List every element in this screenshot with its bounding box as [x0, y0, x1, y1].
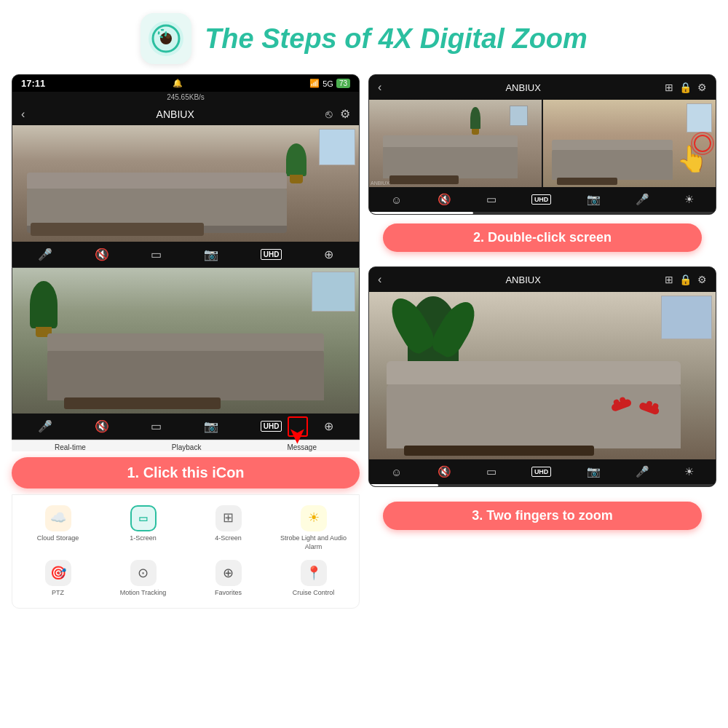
menu-strobe[interactable]: ☀ Strobe Light and Audio Alarm [271, 501, 356, 555]
camera-feed-top [12, 125, 359, 242]
step1-label: 1. Click this iCon [12, 457, 360, 488]
menu-ptz[interactable]: 🎯 PTZ [15, 555, 100, 602]
right-toolbar-2: ☺ 🔇 ▭ UHD 📷 🎤 ☀ [369, 459, 716, 484]
lock-icon-1[interactable]: 🔒 [679, 82, 692, 93]
ptz-menu-icon: 🎯 [45, 560, 71, 586]
zoom-table [404, 446, 595, 456]
right-column: ‹ ANBIUX ⊞ 🔒 ⚙ [364, 74, 721, 609]
app-icon [141, 13, 191, 64]
time-display: 17:11 [21, 78, 45, 89]
record-icon[interactable]: ▭ [151, 248, 162, 261]
strobe-label: Strobe Light and Audio Alarm [272, 534, 355, 551]
grid-icon-2[interactable]: ⊞ [665, 274, 673, 285]
mute-icon[interactable]: 🔇 [95, 248, 109, 261]
r-mic-icon[interactable]: 🎤 [636, 193, 649, 206]
r2-camera-icon[interactable]: 📷 [587, 465, 601, 478]
progress-bar-1 [369, 212, 716, 214]
room-view-top [12, 125, 359, 242]
r-bright-icon[interactable]: ☀ [684, 193, 694, 206]
signal-icon: 📶 [309, 79, 320, 88]
settings-icon[interactable]: ⚙ [340, 107, 350, 121]
page-header: The Steps of 4X Digital Zoom [0, 0, 728, 74]
menu-grid: ☁️ Cloud Storage ▭ 1-Screen ⊞ 4-Screen ☀… [12, 494, 360, 609]
r2-bright-icon[interactable]: ☀ [684, 465, 694, 478]
tab-realtime[interactable]: Real-time [55, 443, 86, 451]
tab-playback-label: Playback [172, 443, 202, 451]
menu-cruise[interactable]: 📍 Cruise Control [271, 555, 356, 602]
record-icon-2[interactable]: ▭ [151, 419, 162, 433]
uhd-label-2[interactable]: UHD [261, 421, 282, 432]
r2-face-icon[interactable]: ☺ [391, 466, 402, 478]
bell-icon: 🔔 [173, 79, 183, 88]
toolbar-top: 🎤 🔇 ▭ 📷 UHD ⊕ [12, 242, 359, 267]
right-nav-bar-1: ‹ ANBIUX ⊞ 🔒 ⚙ [369, 75, 716, 100]
split-right: 👆 [543, 100, 716, 187]
mute-icon-2[interactable]: 🔇 [95, 419, 109, 433]
table-element [31, 223, 204, 236]
step3-label: 3. Two fingers to zoom [383, 502, 702, 530]
fav-label: Favorites [215, 589, 242, 598]
right-title-2: ANBIUX [381, 274, 665, 285]
grid-icon-1[interactable]: ⊞ [665, 82, 673, 93]
photo-icon[interactable]: 📷 [204, 248, 218, 261]
tracking-label: Motion Tracking [120, 589, 167, 598]
r-camera-icon[interactable]: 📷 [587, 193, 601, 206]
progress-fill-2 [369, 484, 438, 486]
photo-icon-2[interactable]: 📷 [204, 419, 218, 433]
gear-icon-2[interactable]: ⚙ [697, 274, 707, 285]
gear-icon-1[interactable]: ⚙ [697, 82, 707, 93]
tab-realtime-label: Real-time [55, 443, 86, 451]
share-icon[interactable]: ⎋ [325, 108, 333, 121]
right-title-1: ANBIUX [381, 82, 665, 93]
split-left: ANBIUX [369, 100, 542, 187]
4screen-label: 4-Screen [215, 534, 242, 543]
main-grid: 17:11 🔔 📶 5G 73 245.65KB/s ‹ ANBIUX ⎋ ⚙ [0, 74, 728, 609]
menu-favorites[interactable]: ⊕ Favorites [186, 555, 271, 602]
window-element [319, 129, 355, 165]
r2-mic-icon[interactable]: 🎤 [636, 465, 649, 478]
tab-playback[interactable]: Playback [172, 443, 202, 451]
right-nav-icons-1: ⊞ 🔒 ⚙ [665, 82, 707, 93]
ptz-label: PTZ [52, 589, 64, 598]
1screen-icon: ▭ [130, 505, 157, 531]
step2-label: 2. Double-click screen [383, 223, 702, 252]
r2-uhd-label[interactable]: UHD [531, 467, 552, 477]
left-column: 17:11 🔔 📶 5G 73 245.65KB/s ‹ ANBIUX ⎋ ⚙ [7, 74, 364, 609]
4screen-icon: ⊞ [215, 505, 242, 531]
right-nav-icons-2: ⊞ 🔒 ⚙ [665, 274, 707, 285]
cloud-icon: ☁️ [45, 505, 71, 531]
battery-level: 73 [336, 79, 350, 88]
nav-bar-top: ‹ ANBIUX ⎋ ⚙ [12, 103, 359, 125]
menu-cloud-storage[interactable]: ☁️ Cloud Storage [15, 501, 100, 555]
speed-display: 245.65KB/s [12, 92, 359, 103]
sofa-element [27, 187, 287, 227]
back-icon[interactable]: ‹ [21, 108, 25, 121]
r-mute-icon[interactable]: 🔇 [438, 193, 451, 206]
progress-fill-1 [369, 212, 473, 214]
mic-icon-2[interactable]: 🎤 [38, 419, 52, 433]
cruise-icon: 📍 [301, 560, 327, 586]
page-title: The Steps of 4X Digital Zoom [205, 23, 587, 55]
lock-icon-2[interactable]: 🔒 [679, 274, 692, 285]
phone-top-screen: 17:11 🔔 📶 5G 73 245.65KB/s ‹ ANBIUX ⎋ ⚙ [12, 74, 360, 268]
r-face-icon[interactable]: ☺ [391, 194, 402, 206]
zoomed-scene [369, 292, 716, 459]
right-toolbar-1: ☺ 🔇 ▭ UHD 📷 🎤 ☀ [369, 187, 716, 212]
ptz-icon[interactable]: ⊕ [324, 248, 333, 261]
mic-icon[interactable]: 🎤 [38, 248, 52, 261]
plant-element [285, 140, 307, 183]
split-view: ANBIUX 👆 [369, 100, 716, 187]
menu-1screen[interactable]: ▭ 1-Screen [100, 501, 186, 555]
r-uhd-label[interactable]: UHD [531, 194, 552, 205]
r2-rec-icon[interactable]: ▭ [486, 465, 496, 478]
r2-mute-icon[interactable]: 🔇 [438, 465, 451, 478]
step2-card: ‹ ANBIUX ⊞ 🔒 ⚙ [368, 74, 716, 215]
menu-4screen[interactable]: ⊞ 4-Screen [186, 501, 271, 555]
uhd-label[interactable]: UHD [261, 249, 282, 260]
r-rec-icon[interactable]: ▭ [486, 193, 496, 206]
menu-motion-tracking[interactable]: ⊙ Motion Tracking [100, 555, 186, 602]
room-view-middle [12, 268, 359, 414]
phone-middle-screen: 🎤 🔇 ▭ 📷 UHD ⊕ [12, 268, 360, 440]
strobe-icon: ☀ [301, 505, 327, 531]
ptz-icon-2[interactable]: ⊕ [324, 419, 333, 433]
